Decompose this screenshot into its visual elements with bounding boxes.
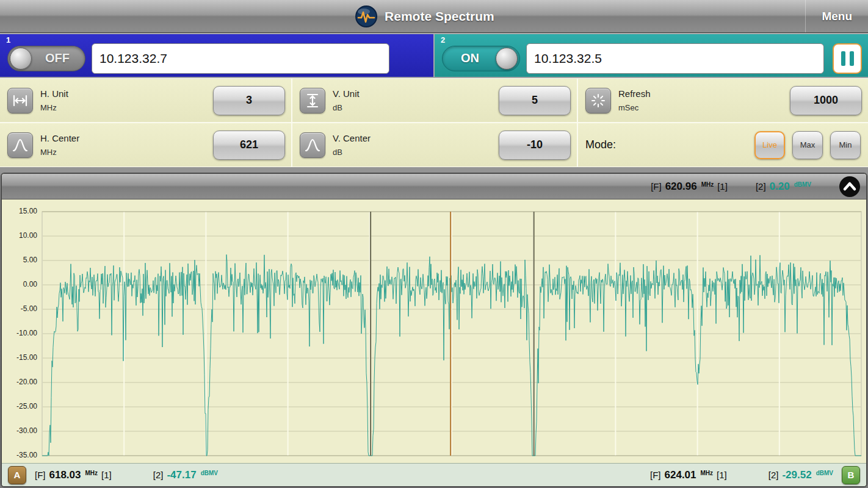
y-axis-tick: -15.00	[3, 353, 37, 362]
v-unit-label: V. Unit	[333, 88, 360, 99]
device-2-index: 2	[441, 35, 445, 45]
collapse-chart-button[interactable]	[839, 176, 860, 197]
v-unit-value-button[interactable]: 5	[499, 86, 571, 115]
device-1-power-toggle[interactable]: OFF	[7, 46, 85, 71]
chevron-up-icon	[839, 176, 860, 197]
device-1-index: 1	[6, 35, 10, 45]
h-unit-icon	[7, 88, 33, 113]
marker-b-freq-unit: MHz	[701, 470, 714, 476]
y-axis-tick: -25.00	[3, 402, 37, 411]
chart-readout-bar: [F] 620.96 MHz [1] [2] 0.20 dBMV	[2, 174, 866, 199]
y-axis-tick: 0.00	[3, 280, 37, 289]
app-logo-icon	[354, 4, 378, 29]
h-center-text: H. Center MHz	[40, 133, 79, 157]
mode-live-button[interactable]: Live	[754, 131, 785, 159]
pause-button[interactable]	[833, 43, 862, 74]
marker-a-freq: 618.03	[49, 469, 81, 481]
marker-b-freq: 624.01	[665, 469, 696, 481]
y-axis-tick: -10.00	[3, 329, 37, 337]
refresh-text: Refresh mSec	[618, 88, 651, 112]
mode-button-group: Live Max Min	[754, 131, 862, 159]
h-unit-value-button[interactable]: 3	[213, 86, 285, 115]
v-center-text: V. Center dB	[333, 133, 371, 157]
marker-a-level-unit: dBMV	[201, 470, 218, 476]
f-label: [F]	[651, 181, 662, 192]
refresh-clock-icon	[585, 88, 611, 113]
marker-b-button[interactable]: B	[842, 466, 860, 484]
frequency-readout: [F] 620.96 MHz [1]	[651, 181, 728, 193]
v-center-label: V. Center	[333, 133, 371, 143]
v-center-peak-icon	[300, 132, 325, 158]
marker-b-level-unit: dBMV	[816, 470, 833, 476]
marker-b-f-label: [F]	[650, 470, 661, 480]
pause-icon	[841, 51, 854, 66]
mode-label: Mode:	[585, 138, 616, 151]
marker-b-level: -29.52	[782, 469, 811, 481]
v-unit-control: V. Unit dB 5	[292, 79, 577, 122]
h-center-value-button[interactable]: 621	[213, 131, 285, 160]
f-value: 620.96	[665, 181, 697, 193]
h-center-peak-icon	[7, 132, 33, 158]
marker-a-level: -47.17	[167, 469, 196, 481]
refresh-unit: mSec	[618, 103, 651, 112]
y-axis-tick: -30.00	[3, 426, 37, 435]
toggle-knob	[496, 48, 518, 70]
marker-a-button[interactable]: A	[8, 466, 26, 484]
refresh-value-button[interactable]: 1000	[790, 86, 862, 115]
v-unit-text: V. Unit dB	[333, 88, 360, 112]
menu-button[interactable]: Menu	[805, 0, 868, 32]
f-unit: MHz	[701, 181, 714, 188]
marker-a-ch2-label: [2]	[153, 470, 164, 480]
h-unit-unit: MHz	[40, 103, 68, 112]
v-center-value-button[interactable]: -10	[499, 131, 571, 160]
ch2-label: [2]	[756, 181, 766, 192]
y-axis-tick: 10.00	[3, 231, 37, 240]
device-1-panel: 1 OFF	[0, 34, 433, 77]
connection-row: 1 OFF 2 ON	[0, 34, 868, 77]
mode-max-button[interactable]: Max	[792, 131, 823, 159]
marker-b-level-readout: [2] -29.52 dBMV	[769, 469, 833, 481]
h-center-unit: MHz	[40, 148, 79, 157]
marker-b-channel: [1]	[717, 470, 727, 480]
app-header: Remote Spectrum Menu	[0, 0, 868, 33]
h-unit-control: H. Unit MHz 3	[0, 79, 291, 122]
h-unit-text: H. Unit MHz	[40, 88, 68, 112]
marker-a-freq-unit: MHz	[85, 470, 98, 476]
app-title: Remote Spectrum	[385, 9, 494, 24]
device-2-power-toggle[interactable]: ON	[442, 46, 520, 71]
y-axis-tick: -20.00	[3, 378, 37, 386]
mode-min-button[interactable]: Min	[830, 131, 861, 159]
ch2-unit: dBMV	[794, 181, 811, 188]
app-title-group: Remote Spectrum	[354, 4, 494, 29]
marker-b-frequency-readout: [F] 624.01 MHz [1]	[650, 469, 727, 481]
spectrum-plot[interactable]: 15.0010.005.000.00-5.00-10.00-15.00-20.0…	[2, 199, 866, 463]
marker-bar: A [F] 618.03 MHz [1] [2] -47.17 dBMV [F]…	[2, 463, 866, 486]
y-axis-tick: 5.00	[3, 256, 37, 264]
y-axis-tick: -5.00	[3, 304, 37, 313]
refresh-label: Refresh	[618, 88, 651, 99]
mode-control: Mode: Live Max Min	[578, 123, 868, 167]
h-unit-label: H. Unit	[40, 88, 68, 99]
h-center-label: H. Center	[40, 133, 79, 143]
device-1-ip-input[interactable]	[92, 43, 389, 74]
settings-panel: H. Unit MHz 3 V. Unit dB 5	[0, 78, 868, 167]
v-center-control: V. Center dB -10	[292, 123, 577, 167]
ch2-value: 0.20	[770, 181, 790, 193]
v-unit-unit: dB	[333, 103, 360, 112]
y-axis-tick: -35.00	[3, 451, 37, 459]
marker-a-frequency-readout: [F] 618.03 MHz [1]	[35, 469, 112, 481]
y-axis-tick: 15.00	[3, 207, 37, 215]
f-channel: [1]	[717, 181, 728, 192]
marker-a-level-readout: [2] -47.17 dBMV	[153, 469, 218, 481]
marker-a-f-label: [F]	[35, 470, 46, 480]
toggle-knob	[10, 48, 32, 70]
v-unit-icon	[300, 88, 325, 113]
device-2-panel: 2 ON	[435, 34, 868, 77]
marker-b-ch2-label: [2]	[769, 470, 779, 480]
device-2-ip-input[interactable]	[526, 43, 824, 74]
h-center-control: H. Center MHz 621	[0, 123, 291, 167]
refresh-control: Refresh mSec 1000	[578, 79, 868, 122]
marker-a-channel: [1]	[101, 470, 112, 480]
level-readout: [2] 0.20 dBMV	[756, 181, 811, 193]
v-center-unit: dB	[333, 148, 371, 157]
